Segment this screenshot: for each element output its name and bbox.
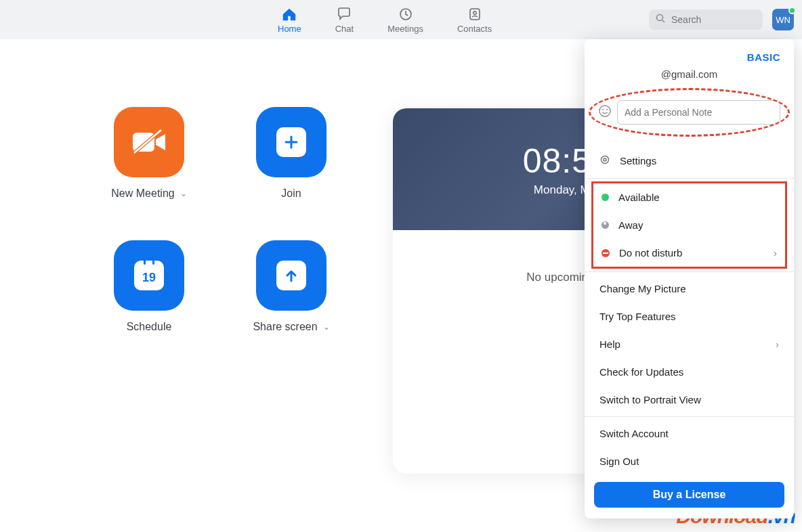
calendar-icon: 19 xyxy=(114,240,184,311)
gear-icon xyxy=(599,154,610,167)
status-dot-dnd-icon xyxy=(602,249,610,257)
svg-rect-7 xyxy=(144,259,146,265)
contacts-icon xyxy=(467,6,483,22)
account-email: @gmail.com xyxy=(585,68,794,92)
nav-tab-meetings[interactable]: Meetings xyxy=(387,6,423,34)
video-icon xyxy=(114,107,184,177)
menu-label: Try Top Features xyxy=(599,311,676,322)
menu-check-updates[interactable]: Check for Updates xyxy=(585,358,794,386)
menu-label: Help xyxy=(599,338,620,350)
tile-new-meeting[interactable]: New Meeting ⌄ xyxy=(88,107,210,200)
status-away[interactable]: Away xyxy=(593,211,785,239)
avatar[interactable]: WN xyxy=(772,9,794,30)
smiley-icon[interactable] xyxy=(598,104,612,120)
tile-schedule[interactable]: 19 Schedule xyxy=(88,240,210,333)
clock-icon xyxy=(398,6,414,22)
chevron-right-icon: › xyxy=(774,247,777,259)
account-tier-badge: BASIC xyxy=(585,51,794,68)
search-input-wrap[interactable] xyxy=(649,9,763,30)
tile-label: Schedule xyxy=(127,321,172,333)
share-icon xyxy=(256,240,326,311)
menu-label: Available xyxy=(618,192,660,203)
tile-label: Join xyxy=(281,187,301,200)
annotation-status-box: Available Away Do not disturb › xyxy=(591,181,787,269)
menu-label: Do not disturb xyxy=(619,247,682,259)
svg-rect-4 xyxy=(133,133,154,152)
menu-change-picture[interactable]: Change My Picture xyxy=(585,275,794,303)
menu-label: Check for Updates xyxy=(599,366,683,378)
status-available[interactable]: Available xyxy=(593,183,785,211)
nav-tab-label: Meetings xyxy=(387,24,423,34)
menu-help[interactable]: Help › xyxy=(585,330,794,358)
svg-point-11 xyxy=(606,109,608,110)
menu-label: Sign Out xyxy=(599,456,639,467)
svg-point-3 xyxy=(657,14,663,20)
buy-license-button[interactable]: Buy a License xyxy=(594,482,784,508)
chat-icon xyxy=(336,6,352,22)
separator xyxy=(585,178,794,179)
separator xyxy=(585,271,794,272)
status-dot-green-icon xyxy=(602,194,609,201)
menu-label: Change My Picture xyxy=(599,283,686,294)
svg-point-2 xyxy=(473,11,476,14)
svg-point-12 xyxy=(602,156,609,164)
menu-label: Away xyxy=(618,219,643,231)
menu-label: Settings xyxy=(620,155,656,167)
menu-sign-out[interactable]: Sign Out xyxy=(585,447,794,475)
avatar-initials: WN xyxy=(776,15,790,25)
menu-try-top[interactable]: Try Top Features xyxy=(585,303,794,330)
nav-tab-label: Chat xyxy=(335,24,354,34)
menu-label: Switch Account xyxy=(599,428,669,439)
menu-settings[interactable]: Settings xyxy=(585,146,794,175)
chevron-right-icon: › xyxy=(776,338,779,350)
profile-dropdown: BASIC @gmail.com Settings Available Away… xyxy=(585,39,794,518)
tile-join[interactable]: Join xyxy=(230,107,352,200)
tile-share-screen[interactable]: Share screen ⌄ xyxy=(230,240,352,333)
tile-label: New Meeting xyxy=(111,187,174,200)
nav-tab-label: Home xyxy=(278,24,301,34)
search-icon xyxy=(656,14,666,26)
status-dot-away-icon xyxy=(602,221,609,229)
search-input[interactable] xyxy=(671,14,756,25)
menu-switch-portrait[interactable]: Switch to Portrait View xyxy=(585,386,794,414)
personal-note-row xyxy=(594,92,784,133)
nav-tab-label: Contacts xyxy=(457,24,492,34)
home-icon xyxy=(281,6,297,22)
nav-tab-chat[interactable]: Chat xyxy=(335,6,354,34)
status-dnd[interactable]: Do not disturb › xyxy=(593,239,785,267)
svg-point-10 xyxy=(602,109,604,110)
tile-label-row: Share screen ⌄ xyxy=(253,321,329,333)
menu-label: Switch to Portrait View xyxy=(599,394,701,405)
menu-switch-account[interactable]: Switch Account xyxy=(585,420,794,447)
personal-note-input[interactable] xyxy=(617,100,780,125)
top-bar: Home Chat Meetings Contacts WN xyxy=(0,0,802,39)
svg-rect-8 xyxy=(152,259,154,265)
tile-label-row: New Meeting ⌄ xyxy=(111,187,186,200)
separator xyxy=(585,416,794,417)
svg-point-9 xyxy=(599,106,610,116)
status-indicator-icon xyxy=(788,7,796,14)
chevron-down-icon[interactable]: ⌄ xyxy=(180,189,187,198)
nav-tabs: Home Chat Meetings Contacts xyxy=(278,6,492,34)
join-icon xyxy=(256,107,326,177)
chevron-down-icon[interactable]: ⌄ xyxy=(323,322,330,332)
tile-label: Share screen xyxy=(253,321,317,333)
nav-tab-home[interactable]: Home xyxy=(278,6,301,34)
action-tiles: New Meeting ⌄ Join 19 Schedule xyxy=(88,107,352,333)
nav-tab-contacts[interactable]: Contacts xyxy=(457,6,492,34)
svg-point-13 xyxy=(604,158,606,161)
